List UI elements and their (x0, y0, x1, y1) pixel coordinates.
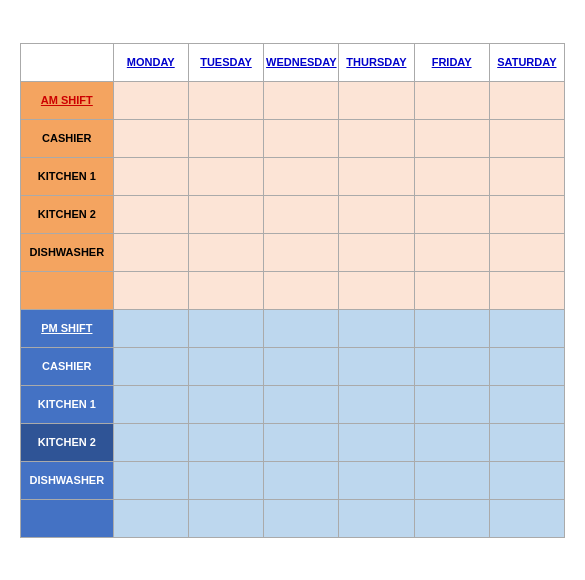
schedule-cell[interactable] (339, 385, 414, 423)
schedule-cell[interactable] (489, 157, 564, 195)
schedule-cell[interactable] (339, 499, 414, 537)
schedule-cell[interactable] (489, 499, 564, 537)
schedule-cell[interactable] (339, 81, 414, 119)
row-label (21, 271, 114, 309)
schedule-cell[interactable] (264, 157, 339, 195)
table-row: DISHWASHER (21, 461, 565, 499)
schedule-cell[interactable] (339, 233, 414, 271)
row-label: CASHIER (21, 347, 114, 385)
schedule-cell[interactable] (188, 385, 263, 423)
schedule-cell[interactable] (339, 195, 414, 233)
schedule-cell[interactable] (489, 309, 564, 347)
schedule-cell[interactable] (113, 81, 188, 119)
schedule-cell[interactable] (414, 119, 489, 157)
schedule-cell[interactable] (414, 309, 489, 347)
schedule-cell[interactable] (414, 157, 489, 195)
schedule-cell[interactable] (489, 461, 564, 499)
schedule-cell[interactable] (264, 499, 339, 537)
schedule-cell[interactable] (188, 233, 263, 271)
schedule-cell[interactable] (489, 81, 564, 119)
schedule-cell[interactable] (339, 157, 414, 195)
schedule-cell[interactable] (489, 233, 564, 271)
row-label: KITCHEN 2 (21, 195, 114, 233)
row-label (21, 499, 114, 537)
schedule-cell[interactable] (113, 499, 188, 537)
header-saturday: SATURDAY (489, 43, 564, 81)
row-label: KITCHEN 2 (21, 423, 114, 461)
schedule-table: MONDAY TUESDAY WEDNESDAY THURSDAY FRIDAY… (20, 43, 565, 538)
table-row (21, 499, 565, 537)
schedule-cell[interactable] (113, 271, 188, 309)
schedule-cell[interactable] (339, 461, 414, 499)
schedule-cell[interactable] (188, 119, 263, 157)
schedule-cell[interactable] (264, 385, 339, 423)
schedule-cell[interactable] (414, 81, 489, 119)
schedule-cell[interactable] (489, 119, 564, 157)
schedule-cell[interactable] (188, 271, 263, 309)
table-row: AM SHIFT (21, 81, 565, 119)
table-row: KITCHEN 2 (21, 423, 565, 461)
schedule-cell[interactable] (188, 309, 263, 347)
schedule-cell[interactable] (489, 271, 564, 309)
schedule-cell[interactable] (113, 461, 188, 499)
table-row (21, 271, 565, 309)
schedule-cell[interactable] (188, 81, 263, 119)
schedule-cell[interactable] (489, 385, 564, 423)
table-row: DISHWASHER (21, 233, 565, 271)
schedule-cell[interactable] (339, 347, 414, 385)
schedule-cell[interactable] (113, 423, 188, 461)
schedule-cell[interactable] (264, 309, 339, 347)
schedule-cell[interactable] (414, 499, 489, 537)
table-row: KITCHEN 1 (21, 157, 565, 195)
schedule-cell[interactable] (113, 309, 188, 347)
schedule-cell[interactable] (113, 385, 188, 423)
schedule-cell[interactable] (414, 385, 489, 423)
schedule-cell[interactable] (489, 423, 564, 461)
header-friday: FRIDAY (414, 43, 489, 81)
table-row: KITCHEN 2 (21, 195, 565, 233)
schedule-cell[interactable] (414, 195, 489, 233)
row-label: PM SHIFT (21, 309, 114, 347)
schedule-cell[interactable] (489, 347, 564, 385)
table-row: CASHIER (21, 347, 565, 385)
schedule-cell[interactable] (264, 195, 339, 233)
schedule-cell[interactable] (339, 423, 414, 461)
schedule-cell[interactable] (188, 499, 263, 537)
schedule-cell[interactable] (188, 195, 263, 233)
schedule-cell[interactable] (113, 157, 188, 195)
row-label: KITCHEN 1 (21, 157, 114, 195)
header-row: MONDAY TUESDAY WEDNESDAY THURSDAY FRIDAY… (21, 43, 565, 81)
schedule-cell[interactable] (414, 347, 489, 385)
schedule-cell[interactable] (113, 195, 188, 233)
schedule-cell[interactable] (339, 119, 414, 157)
schedule-cell[interactable] (414, 271, 489, 309)
schedule-cell[interactable] (264, 233, 339, 271)
header-tuesday: TUESDAY (188, 43, 263, 81)
schedule-cell[interactable] (188, 423, 263, 461)
schedule-cell[interactable] (113, 347, 188, 385)
row-label: CASHIER (21, 119, 114, 157)
schedule-cell[interactable] (188, 461, 263, 499)
schedule-cell[interactable] (188, 157, 263, 195)
schedule-cell[interactable] (489, 195, 564, 233)
schedule-cell[interactable] (264, 423, 339, 461)
schedule-cell[interactable] (264, 347, 339, 385)
table-row: CASHIER (21, 119, 565, 157)
schedule-cell[interactable] (264, 119, 339, 157)
schedule-cell[interactable] (414, 461, 489, 499)
schedule-cell[interactable] (264, 461, 339, 499)
schedule-cell[interactable] (264, 271, 339, 309)
schedule-cell[interactable] (414, 423, 489, 461)
schedule-cell[interactable] (113, 119, 188, 157)
row-label: DISHWASHER (21, 461, 114, 499)
schedule-cell[interactable] (339, 271, 414, 309)
schedule-cell[interactable] (113, 233, 188, 271)
row-label: DISHWASHER (21, 233, 114, 271)
schedule-cell[interactable] (264, 81, 339, 119)
schedule-cell[interactable] (339, 309, 414, 347)
schedule-wrapper: MONDAY TUESDAY WEDNESDAY THURSDAY FRIDAY… (0, 23, 585, 558)
table-row: PM SHIFT (21, 309, 565, 347)
header-wednesday: WEDNESDAY (264, 43, 339, 81)
schedule-cell[interactable] (414, 233, 489, 271)
schedule-cell[interactable] (188, 347, 263, 385)
